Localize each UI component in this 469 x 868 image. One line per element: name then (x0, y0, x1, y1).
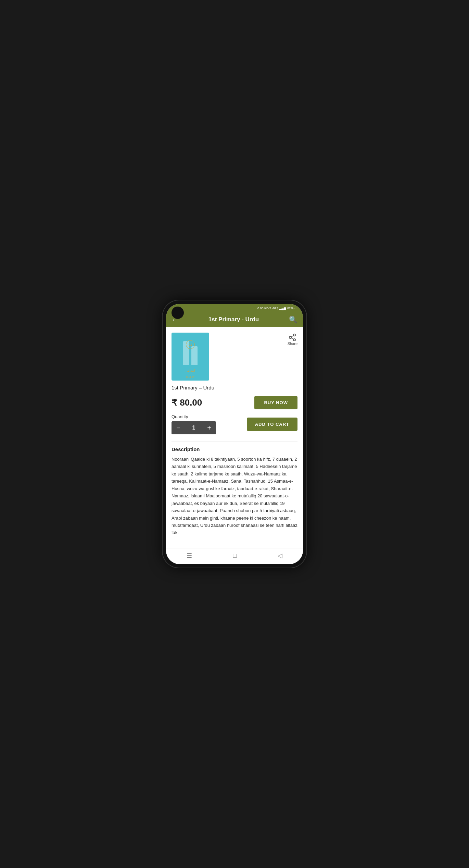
description-text: Nooraani Qaaide ki 8 takhtiyaan, 5 soort… (172, 456, 297, 536)
description-section: Description Nooraani Qaaide ki 8 takhtiy… (172, 441, 297, 536)
speed-indicator: 0.00 KB/S (257, 307, 271, 310)
back-nav-icon[interactable]: ◁ (278, 552, 282, 559)
buy-now-button[interactable]: BUY NOW (254, 396, 297, 409)
quantity-increment-button[interactable]: + (202, 421, 216, 434)
share-icon-svg (288, 333, 296, 342)
nav-bar: ← 1st Primary - Urdu 🔍 (166, 312, 303, 327)
quantity-control: − 1 + (172, 421, 216, 434)
description-title: Description (172, 446, 297, 452)
quantity-section: Quantity − 1 + (172, 414, 216, 434)
quantity-label: Quantity (172, 414, 216, 419)
content-area: 01 ابتدائی DIHLAT Share (166, 327, 303, 548)
menu-icon[interactable]: ☰ (187, 552, 192, 559)
page-title: 1st Primary - Urdu (182, 316, 286, 323)
signal-bars: ▂▄▆ (279, 307, 286, 310)
add-to-cart-button[interactable]: ADD TO CART (247, 418, 297, 431)
battery-icon: ▭ (294, 307, 297, 310)
product-name: 1st Primary – Urdu (172, 385, 297, 390)
urdu-text-cover: ابتدائی (186, 369, 195, 372)
product-image: 01 ابتدائی DIHLAT (172, 333, 209, 381)
share-button[interactable]: Share (288, 333, 297, 346)
book-number-badge: 01 (186, 340, 195, 349)
camera-notch (172, 307, 184, 319)
publisher-logo: DIHLAT (186, 376, 194, 379)
quantity-row: Quantity − 1 + ADD TO CART (172, 414, 297, 434)
price-row: ₹ 80.00 BUY NOW (172, 396, 297, 409)
svg-line-4 (291, 336, 294, 337)
product-top-section: 01 ابتدائی DIHLAT Share (172, 333, 297, 381)
network-indicator: 4G† (272, 307, 278, 310)
svg-line-3 (291, 338, 294, 339)
search-button[interactable]: 🔍 (289, 315, 297, 324)
tower-right-decor (191, 346, 198, 365)
battery-indicator: 82% (287, 307, 293, 310)
bottom-nav: ☰ □ ◁ (166, 548, 303, 564)
quantity-value: 1 (185, 425, 202, 431)
product-price: ₹ 80.00 (172, 397, 202, 408)
quantity-decrement-button[interactable]: − (172, 421, 185, 434)
share-label: Share (288, 342, 297, 346)
status-bar: 0.00 KB/S 4G† ▂▄▆ 82% ▭ (166, 304, 303, 312)
home-icon[interactable]: □ (233, 552, 237, 559)
